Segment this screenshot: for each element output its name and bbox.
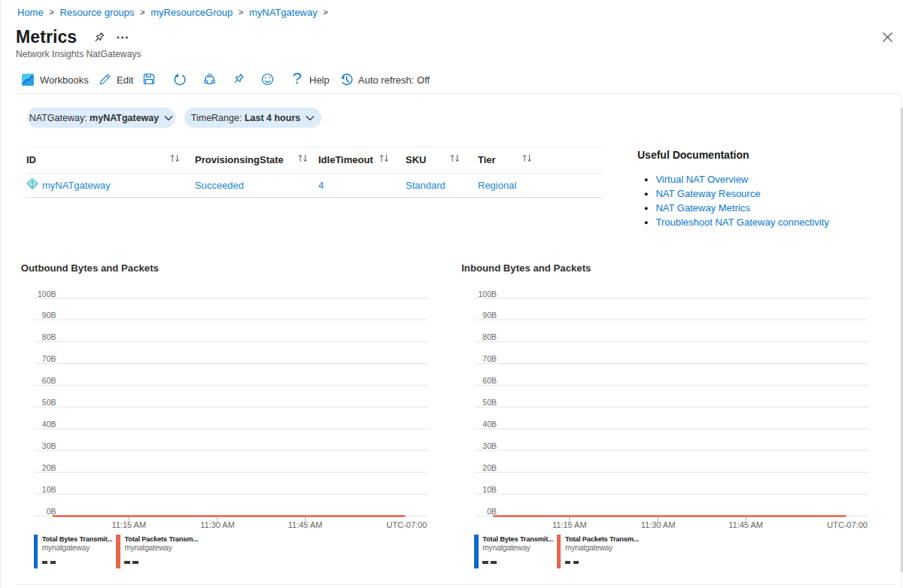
svg-text:50B: 50B <box>42 398 56 407</box>
svg-text:100B: 100B <box>38 289 56 299</box>
svg-text:10B: 10B <box>42 485 56 494</box>
svg-text:11:30 AM: 11:30 AM <box>641 520 676 529</box>
svg-text:40B: 40B <box>42 420 56 429</box>
svg-text:20B: 20B <box>42 463 56 472</box>
svg-text:70B: 70B <box>482 354 497 363</box>
svg-text:80B: 80B <box>42 332 56 341</box>
svg-text:30B: 30B <box>42 441 56 450</box>
svg-text:11:15 AM: 11:15 AM <box>111 520 146 529</box>
svg-text:UTC-07:00: UTC-07:00 <box>827 520 868 529</box>
svg-text:11:45 AM: 11:45 AM <box>288 520 323 529</box>
svg-text:11:30 AM: 11:30 AM <box>200 520 235 529</box>
svg-text:30B: 30B <box>482 441 497 450</box>
svg-text:70B: 70B <box>42 354 56 363</box>
svg-text:60B: 60B <box>482 376 497 385</box>
svg-text:90B: 90B <box>482 311 497 320</box>
svg-text:0B: 0B <box>487 507 497 516</box>
svg-text:100B: 100B <box>478 289 497 299</box>
svg-text:UTC-07:00: UTC-07:00 <box>387 520 427 529</box>
svg-text:11:15 AM: 11:15 AM <box>552 520 587 529</box>
svg-text:11:45 AM: 11:45 AM <box>728 520 763 529</box>
svg-text:80B: 80B <box>482 332 497 341</box>
svg-text:20B: 20B <box>482 463 497 472</box>
svg-text:50B: 50B <box>482 398 497 407</box>
svg-text:40B: 40B <box>482 420 497 429</box>
svg-text:0B: 0B <box>47 507 56 516</box>
svg-text:10B: 10B <box>482 485 497 494</box>
svg-text:90B: 90B <box>42 311 56 320</box>
svg-text:60B: 60B <box>42 376 56 385</box>
